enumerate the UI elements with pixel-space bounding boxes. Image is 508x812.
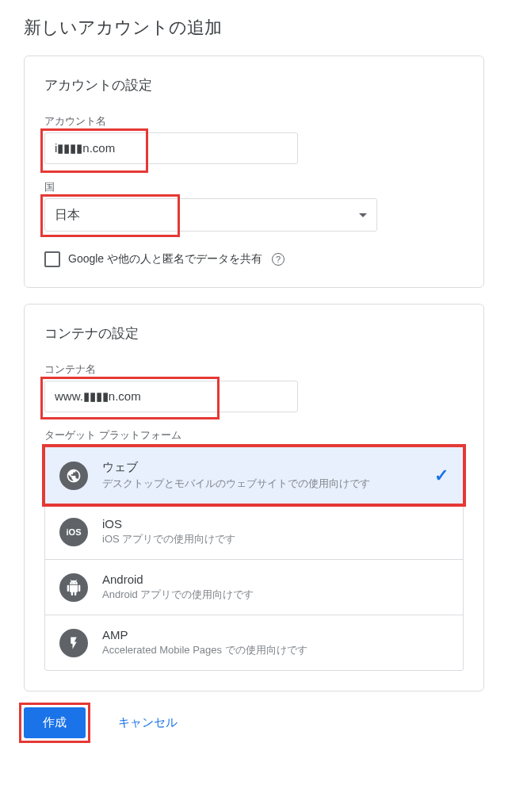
account-name-input[interactable]	[44, 132, 298, 164]
container-section-title: コンテナの設定	[44, 324, 464, 343]
platform-desc: デスクトップとモバイルのウェブサイトでの使用向けです	[102, 477, 434, 491]
share-data-checkbox[interactable]	[44, 251, 60, 267]
create-button[interactable]: 作成	[24, 707, 86, 738]
platform-name: AMP	[102, 628, 449, 642]
page-title: 新しいアカウントの追加	[24, 16, 484, 40]
country-select[interactable]: 日本	[44, 198, 377, 232]
account-settings-card: アカウントの設定 アカウント名 国 日本 Google や他の人と匿名でデータを…	[24, 56, 484, 288]
container-settings-card: コンテナの設定 コンテナ名 ターゲット プラットフォーム ウェブ デスクトップと…	[24, 304, 484, 691]
platform-item-ios[interactable]: iOS iOS iOS アプリでの使用向けです	[45, 504, 463, 560]
platform-label: ターゲット プラットフォーム	[44, 428, 464, 442]
platform-name: ウェブ	[102, 460, 434, 475]
web-icon	[59, 462, 88, 490]
account-section-title: アカウントの設定	[44, 76, 464, 94]
platform-item-amp[interactable]: AMP Accelerated Mobile Pages での使用向けです	[45, 615, 463, 670]
platform-desc: Accelerated Mobile Pages での使用向けです	[102, 643, 449, 657]
ios-icon: iOS	[59, 518, 88, 546]
container-name-input[interactable]	[44, 381, 298, 412]
platform-list: ウェブ デスクトップとモバイルのウェブサイトでの使用向けです ✓ iOS iOS…	[44, 446, 464, 671]
country-value: 日本	[55, 207, 80, 224]
check-icon: ✓	[434, 465, 449, 486]
android-icon	[59, 573, 88, 602]
platform-name: iOS	[102, 517, 449, 530]
account-name-label: アカウント名	[44, 114, 464, 128]
cancel-button[interactable]: キャンセル	[105, 707, 190, 738]
help-icon[interactable]: ?	[272, 253, 285, 266]
share-data-label: Google や他の人と匿名でデータを共有	[68, 252, 262, 266]
amp-icon	[59, 629, 88, 657]
platform-item-android[interactable]: Android Android アプリでの使用向けです	[45, 560, 463, 615]
platform-desc: Android アプリでの使用向けです	[102, 588, 449, 602]
chevron-down-icon	[359, 213, 367, 217]
country-label: 国	[44, 180, 464, 194]
platform-item-web[interactable]: ウェブ デスクトップとモバイルのウェブサイトでの使用向けです ✓	[45, 447, 463, 504]
platform-desc: iOS アプリでの使用向けです	[102, 532, 449, 546]
platform-name: Android	[102, 573, 449, 586]
container-name-label: コンテナ名	[44, 362, 464, 377]
